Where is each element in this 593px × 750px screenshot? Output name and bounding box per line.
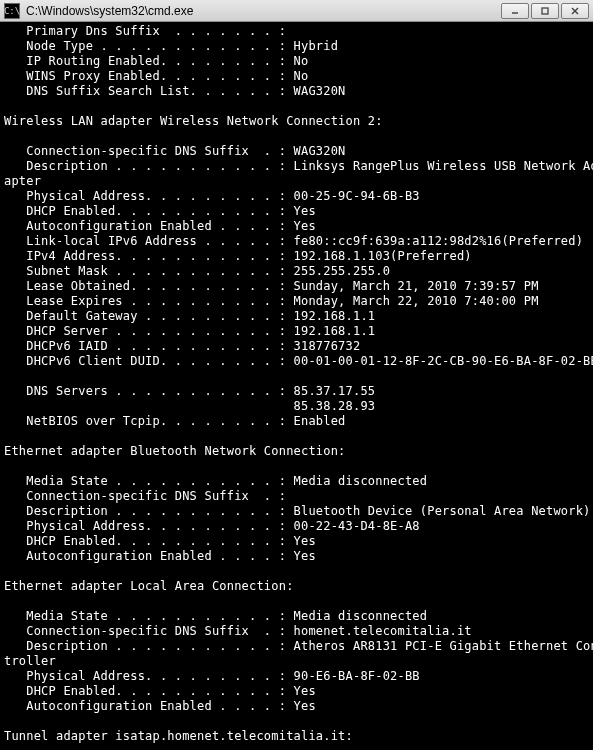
terminal-line: apter (4, 174, 589, 189)
close-button[interactable] (561, 3, 589, 19)
terminal-line: Physical Address. . . . . . . . . : 00-2… (4, 519, 589, 534)
terminal-line: Lease Obtained. . . . . . . . . . : Sund… (4, 279, 589, 294)
terminal-line (4, 564, 589, 579)
terminal-line: DHCPv6 Client DUID. . . . . . . . : 00-0… (4, 354, 589, 369)
terminal-output[interactable]: Primary Dns Suffix . . . . . . . : Node … (0, 22, 593, 750)
terminal-line (4, 369, 589, 384)
terminal-line (4, 744, 589, 750)
terminal-line: Physical Address. . . . . . . . . : 90-E… (4, 669, 589, 684)
maximize-button[interactable] (531, 3, 559, 19)
terminal-line (4, 459, 589, 474)
terminal-line: Autoconfiguration Enabled . . . . : Yes (4, 549, 589, 564)
terminal-line: DHCP Enabled. . . . . . . . . . . : Yes (4, 534, 589, 549)
terminal-line: Connection-specific DNS Suffix . : (4, 489, 589, 504)
terminal-line: Tunnel adapter isatap.homenet.telecomita… (4, 729, 589, 744)
minimize-button[interactable] (501, 3, 529, 19)
terminal-line: Connection-specific DNS Suffix . : homen… (4, 624, 589, 639)
terminal-line: Link-local IPv6 Address . . . . . : fe80… (4, 234, 589, 249)
terminal-line: Description . . . . . . . . . . . : Blue… (4, 504, 589, 519)
terminal-line: Ethernet adapter Local Area Connection: (4, 579, 589, 594)
terminal-line: Primary Dns Suffix . . . . . . . : (4, 24, 589, 39)
terminal-line: Wireless LAN adapter Wireless Network Co… (4, 114, 589, 129)
window-controls (501, 3, 589, 19)
svg-rect-1 (542, 8, 548, 14)
terminal-line: DHCP Server . . . . . . . . . . . : 192.… (4, 324, 589, 339)
terminal-line: Default Gateway . . . . . . . . . : 192.… (4, 309, 589, 324)
terminal-line: Ethernet adapter Bluetooth Network Conne… (4, 444, 589, 459)
terminal-line: IP Routing Enabled. . . . . . . . : No (4, 54, 589, 69)
terminal-line: Connection-specific DNS Suffix . : WAG32… (4, 144, 589, 159)
terminal-line: DHCP Enabled. . . . . . . . . . . : Yes (4, 204, 589, 219)
terminal-line (4, 129, 589, 144)
terminal-line: DHCP Enabled. . . . . . . . . . . : Yes (4, 684, 589, 699)
terminal-line: DHCPv6 IAID . . . . . . . . . . . : 3187… (4, 339, 589, 354)
terminal-line: Autoconfiguration Enabled . . . . : Yes (4, 219, 589, 234)
terminal-line: IPv4 Address. . . . . . . . . . . : 192.… (4, 249, 589, 264)
window-title: C:\Windows\system32\cmd.exe (26, 4, 501, 18)
terminal-line: Media State . . . . . . . . . . . : Medi… (4, 474, 589, 489)
terminal-line: Media State . . . . . . . . . . . : Medi… (4, 609, 589, 624)
terminal-line: Physical Address. . . . . . . . . : 00-2… (4, 189, 589, 204)
terminal-line: WINS Proxy Enabled. . . . . . . . : No (4, 69, 589, 84)
terminal-line: Description . . . . . . . . . . . : Athe… (4, 639, 589, 654)
window-titlebar: C:\ C:\Windows\system32\cmd.exe (0, 0, 593, 22)
terminal-line: Node Type . . . . . . . . . . . . : Hybr… (4, 39, 589, 54)
terminal-line: DNS Servers . . . . . . . . . . . : 85.3… (4, 384, 589, 399)
terminal-line: 85.38.28.93 (4, 399, 589, 414)
terminal-line: DNS Suffix Search List. . . . . . : WAG3… (4, 84, 589, 99)
terminal-line (4, 594, 589, 609)
terminal-line: Lease Expires . . . . . . . . . . : Mond… (4, 294, 589, 309)
terminal-line: troller (4, 654, 589, 669)
terminal-line: Subnet Mask . . . . . . . . . . . : 255.… (4, 264, 589, 279)
cmd-icon: C:\ (4, 3, 20, 19)
terminal-line: Autoconfiguration Enabled . . . . : Yes (4, 699, 589, 714)
terminal-line (4, 429, 589, 444)
terminal-line: NetBIOS over Tcpip. . . . . . . . : Enab… (4, 414, 589, 429)
terminal-line (4, 714, 589, 729)
terminal-line (4, 99, 589, 114)
terminal-line: Description . . . . . . . . . . . : Link… (4, 159, 589, 174)
